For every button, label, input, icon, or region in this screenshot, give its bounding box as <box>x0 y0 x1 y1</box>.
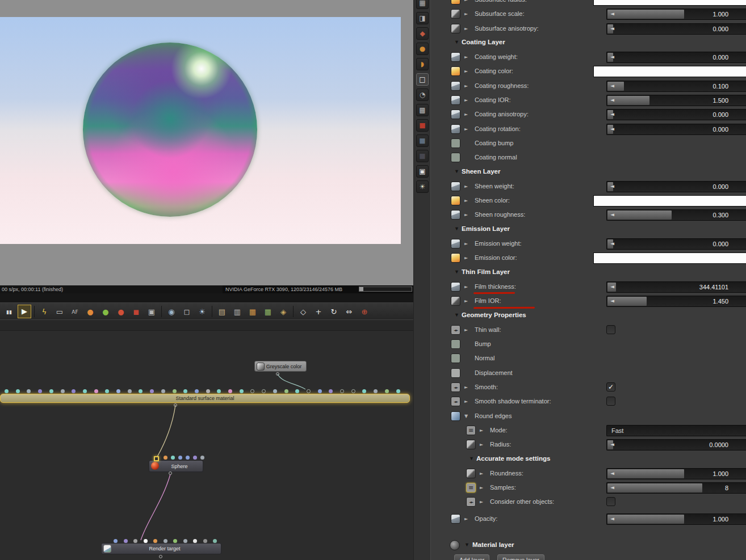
standard-node-port[interactable] <box>217 389 221 393</box>
standard-node-port[interactable] <box>116 389 120 393</box>
play-button[interactable]: ▶ <box>18 305 31 318</box>
coating-color-swatch[interactable] <box>593 66 746 77</box>
roundness-slider[interactable]: ◄1.000 <box>606 468 746 479</box>
render-target-port[interactable] <box>164 539 167 543</box>
collapse-arrow-icon[interactable]: ▼ <box>454 312 459 318</box>
node-standard-surface-material[interactable]: Standard surface material <box>0 394 410 403</box>
sphere-node-port[interactable] <box>171 456 175 460</box>
geometry-group-tab[interactable]: ■ <box>416 119 429 132</box>
image-node-type-icon[interactable] <box>451 210 460 220</box>
rotate-tool-button[interactable]: ↻ <box>327 305 341 318</box>
material-ball-orange-button[interactable]: ● <box>83 305 97 318</box>
render-region-button[interactable]: ◻ <box>180 305 194 318</box>
section-geometry-properties[interactable]: ▼Geometry Properties <box>431 309 746 323</box>
material-picker-button[interactable]: ◉ <box>165 305 178 318</box>
standard-node-port[interactable] <box>27 389 31 393</box>
standard-node-port[interactable] <box>284 389 288 393</box>
expand-arrow-icon[interactable]: ► <box>464 385 468 390</box>
standard-node-port[interactable] <box>5 389 9 393</box>
expand-arrow-icon[interactable]: ► <box>464 26 468 31</box>
paste-image-button[interactable]: ▥ <box>230 305 244 318</box>
thin-wall-checkbox[interactable] <box>606 325 615 334</box>
color-node-type-icon[interactable] <box>451 253 460 263</box>
expand-arrow-icon[interactable]: ► <box>464 98 468 103</box>
subsurface-anisotropy-slider[interactable]: ◄0.000 <box>606 23 746 35</box>
standard-node-port[interactable] <box>206 389 210 393</box>
sun-light-tab[interactable]: ☀ <box>416 180 429 193</box>
expand-arrow-icon[interactable]: ► <box>464 399 468 404</box>
image-node-type-icon[interactable] <box>451 239 460 249</box>
standard-node-port[interactable] <box>16 389 20 393</box>
expand-arrow-icon[interactable]: ► <box>480 485 483 490</box>
save-render-passes-button[interactable]: ▦ <box>261 305 275 318</box>
curve-node-type-icon[interactable] <box>451 411 460 421</box>
render-settings-tab[interactable]: ◨ <box>416 12 429 24</box>
coating-weight-slider[interactable]: ◄0.000 <box>606 52 746 63</box>
film-thickness-slider[interactable]: ◄344.41101 <box>606 281 746 293</box>
toggle-node-type-icon[interactable] <box>451 325 460 335</box>
plainlight-node-type-icon[interactable] <box>451 368 460 378</box>
render-passes-tab[interactable]: ▩ <box>416 104 429 116</box>
menuy-node-type-icon[interactable] <box>466 483 476 492</box>
float-node-type-icon[interactable] <box>451 9 460 19</box>
render-target-port[interactable] <box>183 539 187 543</box>
standard-node-port[interactable] <box>318 389 322 393</box>
expand-arrow-icon[interactable]: ► <box>464 184 468 189</box>
node-render-target[interactable]: Render target <box>101 543 221 554</box>
collapse-arrow-icon[interactable]: ▼ <box>454 269 459 275</box>
standard-node-port[interactable] <box>94 389 98 393</box>
sphere-node-port[interactable] <box>178 456 182 460</box>
standard-node-port[interactable] <box>396 389 400 393</box>
collapse-arrow-icon[interactable]: ▼ <box>454 39 459 45</box>
render-target-port[interactable] <box>203 539 207 543</box>
expand-arrow-icon[interactable]: ► <box>464 69 468 74</box>
standard-node-port[interactable] <box>173 389 177 393</box>
expand-arrow-icon[interactable]: ► <box>464 255 468 260</box>
standard-node-port[interactable] <box>340 389 344 393</box>
toggle-node-type-icon[interactable] <box>451 397 460 406</box>
render-target-port[interactable] <box>144 539 148 543</box>
object-picker-button[interactable]: ◇ <box>296 305 310 318</box>
object-layer-tab[interactable]: ■ <box>416 150 429 162</box>
geometry-red-button[interactable]: ◼ <box>129 305 143 318</box>
coating-rotation-slider[interactable]: ◄0.000 <box>606 124 746 135</box>
environment-tab[interactable]: ● <box>416 43 429 55</box>
collapse-arrow-icon[interactable]: ▼ <box>454 226 459 231</box>
standard-node-port[interactable] <box>351 389 355 393</box>
slider-decrement-icon[interactable]: ◄ <box>610 111 614 117</box>
texture-image-tab[interactable]: ▣ <box>416 165 429 178</box>
remove-layer-button[interactable]: Remove layer <box>497 554 544 560</box>
expand-arrow-icon[interactable]: ► <box>480 499 483 504</box>
image-node-type-icon[interactable] <box>451 182 460 191</box>
autofocus-button[interactable]: AF <box>68 305 82 318</box>
slider-decrement-icon[interactable]: ◄ <box>610 26 614 31</box>
plain-node-type-icon[interactable] <box>451 353 460 363</box>
standard-node-port[interactable] <box>128 389 132 393</box>
section-thin-film-layer[interactable]: ▼Thin Film Layer <box>431 266 746 280</box>
render-layer-button[interactable]: ▣ <box>145 305 158 318</box>
image-node-type-icon[interactable] <box>451 110 460 119</box>
film-ior-slider[interactable]: ◄1.450 <box>606 296 746 307</box>
expand-arrow-icon[interactable]: ► <box>464 327 468 332</box>
expand-arrow-icon[interactable]: ► <box>464 11 468 16</box>
subsurface-radius-swatch[interactable] <box>593 0 746 6</box>
image-node-type-icon[interactable] <box>451 95 460 105</box>
slider-decrement-icon[interactable]: ◄ <box>610 470 614 476</box>
section-coating-layer[interactable]: ▼Coating Layer <box>431 36 746 50</box>
mesh-tab[interactable]: ■ <box>416 134 429 147</box>
collapse-arrow-icon[interactable]: ▼ <box>454 169 459 174</box>
collapse-arrow-icon[interactable]: ▼ <box>464 542 470 548</box>
expand-arrow-icon[interactable]: ► <box>464 54 468 60</box>
axis-gizmo-button[interactable]: ⊕ <box>358 305 371 318</box>
image-node-type-icon[interactable] <box>451 514 460 524</box>
expand-arrow-icon[interactable]: ► <box>480 471 483 476</box>
slider-decrement-icon[interactable]: ◄ <box>610 97 614 103</box>
emission-color-swatch[interactable] <box>593 252 746 264</box>
standard-node-port[interactable] <box>139 389 143 393</box>
imager-tab[interactable]: ◗ <box>416 58 429 70</box>
image-node-type-icon[interactable] <box>451 81 460 91</box>
slider-decrement-icon[interactable]: ◄ <box>610 83 614 89</box>
standard-node-port[interactable] <box>38 389 42 393</box>
coating-anisotropy-slider[interactable]: ◄0.000 <box>606 109 746 120</box>
render-target-port[interactable] <box>114 539 118 543</box>
